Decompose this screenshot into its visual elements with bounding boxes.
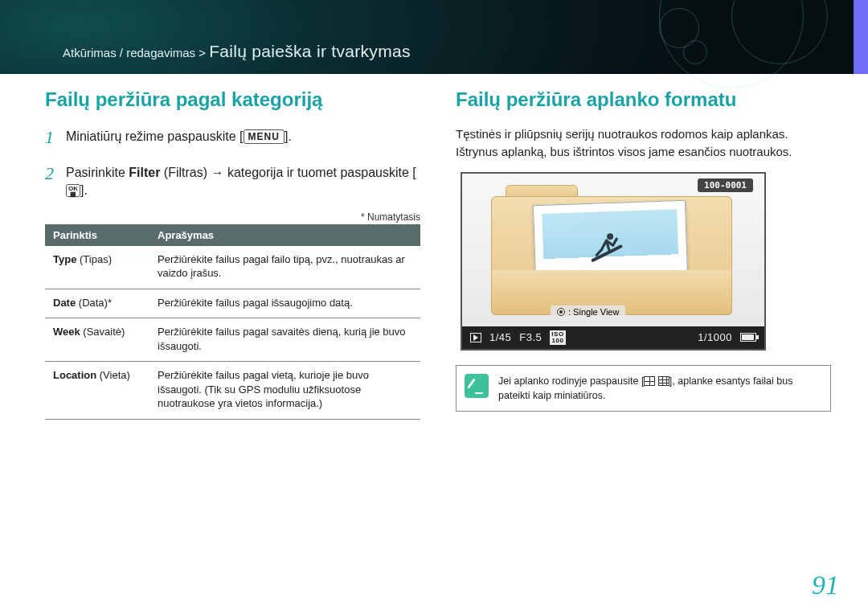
frame-counter: 1/45 bbox=[489, 331, 511, 343]
tip-box: Jei aplanko rodinyje paspausite [ ], apl… bbox=[456, 365, 831, 412]
grid-2x2-icon bbox=[644, 376, 655, 386]
step-number: 1 bbox=[45, 125, 58, 150]
pencil-icon bbox=[465, 374, 489, 398]
step-text: Miniatiūrų režime paspauskite [MENU]. bbox=[66, 125, 292, 150]
intro-paragraph: Tęstinės ir pliūpsnių serijų nuotraukos … bbox=[456, 125, 831, 161]
page-number: 91 bbox=[812, 570, 839, 601]
table-row: Date (Data)* Peržiūrėkite failus pagal i… bbox=[45, 289, 420, 318]
play-icon bbox=[470, 333, 481, 342]
iso-icon: ISO100 bbox=[550, 330, 565, 345]
step-2: 2 Pasirinkite Filter (Filtras) → kategor… bbox=[45, 162, 420, 200]
shutter-speed: 1/1000 bbox=[698, 331, 732, 343]
breadcrumb-prefix: Atkūrimas / redagavimas > bbox=[63, 46, 206, 59]
menu-button-icon: MENU bbox=[244, 129, 285, 144]
right-column: Failų peržiūra aplanko formatu Tęstinės … bbox=[456, 88, 831, 420]
svg-point-0 bbox=[607, 233, 613, 240]
camera-lcd-preview: 100-0001 bbox=[461, 172, 766, 351]
target-icon bbox=[557, 308, 565, 316]
battery-icon bbox=[740, 333, 756, 342]
table-row: Location (Vieta) Peržiūrėkite failus pag… bbox=[45, 362, 420, 420]
ok-button-icon: OK▦ bbox=[66, 184, 80, 197]
options-table: Parinktis Aprašymas Type (Tipas) Peržiūr… bbox=[45, 224, 420, 420]
tip-text: Jei aplanko rodinyje paspausite [ ], apl… bbox=[498, 374, 821, 403]
step-1: 1 Miniatiūrų režime paspauskite [MENU]. bbox=[45, 125, 420, 150]
breadcrumb-title: Failų paieška ir tvarkymas bbox=[209, 42, 411, 60]
header-banner: Atkūrimas / redagavimas > Failų paieška … bbox=[0, 0, 868, 74]
section-title-category: Failų peržiūra pagal kategoriją bbox=[45, 88, 420, 111]
step-number: 2 bbox=[45, 162, 58, 200]
f-stop: F3.5 bbox=[519, 331, 542, 343]
th-description: Aprašymas bbox=[149, 224, 420, 246]
decor-circle bbox=[683, 40, 707, 64]
table-row: Type (Tipas) Peržiūrėkite failus pagal f… bbox=[45, 246, 420, 289]
folder-graphic bbox=[491, 185, 732, 315]
status-bar: 1/45 F3.5 ISO100 1/1000 bbox=[462, 326, 764, 349]
single-view-label: : Single View bbox=[551, 305, 625, 318]
default-footnote: * Numatytasis bbox=[45, 211, 420, 223]
section-title-folder: Failų peržiūra aplanko formatu bbox=[456, 88, 831, 111]
snowboarder-icon bbox=[587, 227, 627, 267]
folder-area: 100-0001 bbox=[462, 174, 764, 326]
step-text: Pasirinkite Filter (Filtras) → kategorij… bbox=[66, 162, 420, 200]
th-option: Parinktis bbox=[45, 224, 149, 246]
breadcrumb: Atkūrimas / redagavimas > Failų paieška … bbox=[63, 42, 411, 61]
grid-3x3-icon bbox=[658, 376, 669, 386]
table-row: Week (Savaitė) Peržiūrėkite failus pagal… bbox=[45, 318, 420, 362]
left-column: Failų peržiūra pagal kategoriją 1 Miniat… bbox=[45, 88, 420, 420]
